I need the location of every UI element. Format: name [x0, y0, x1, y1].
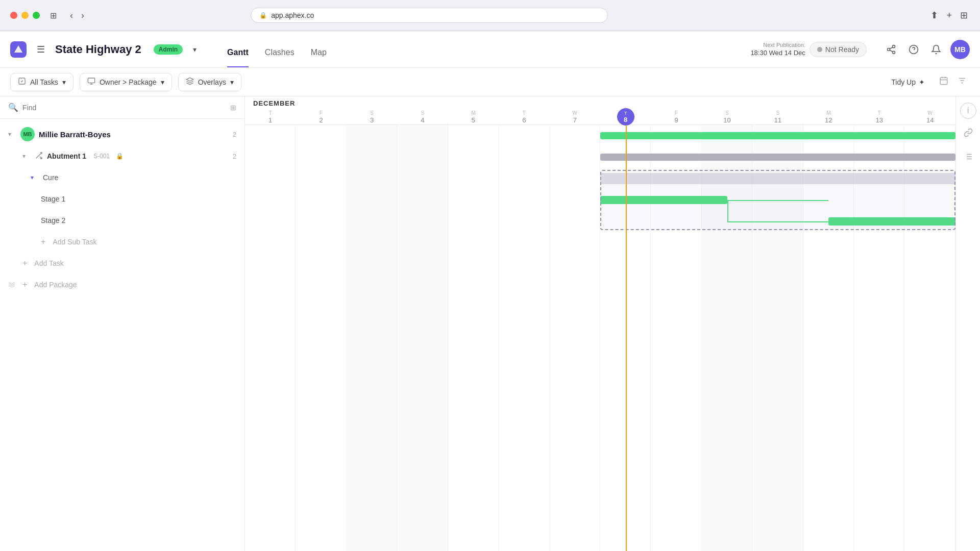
- day-cell-14: W 14: [904, 110, 955, 124]
- day-cell-1: T 1: [245, 110, 296, 124]
- admin-badge: Admin: [154, 44, 183, 55]
- close-button[interactable]: [10, 12, 17, 19]
- tidy-up-icon: ✦: [919, 78, 925, 86]
- gantt-bar: [600, 154, 955, 161]
- search-bar: 🔍 ⊞: [0, 96, 244, 119]
- day-cell-9: F 9: [651, 110, 701, 124]
- day-cell-13: T 13: [854, 110, 904, 124]
- day-cell-6: T 6: [499, 110, 549, 124]
- not-ready-label: Not Ready: [825, 45, 859, 54]
- cure-chevron[interactable]: ▾: [31, 174, 39, 181]
- svg-point-1: [893, 45, 895, 47]
- share-button[interactable]: ⬆: [928, 8, 940, 23]
- stage-1-name: Stage 1: [41, 195, 65, 203]
- tab-map[interactable]: Map: [311, 48, 327, 67]
- svg-line-4: [890, 50, 893, 52]
- gantt-area: DECEMBER T 1 F 2 S 3 S 4 M 5 T 6 W 7 T 8: [245, 96, 955, 551]
- sidebar-toggle-button[interactable]: ⊞: [46, 9, 61, 22]
- task-tree: ▾ MB Millie Barratt-Boyes 2 ▾ Abutment 1: [0, 119, 244, 551]
- back-button[interactable]: ‹: [67, 9, 76, 22]
- day-cell-7: W 7: [550, 110, 600, 124]
- stage-1-row[interactable]: Stage 1: [0, 188, 244, 210]
- overlays-button[interactable]: Overlays ▾: [178, 73, 241, 91]
- stage-2-name: Stage 2: [41, 216, 65, 224]
- forward-button[interactable]: ›: [78, 9, 87, 22]
- overlays-icon: [186, 77, 194, 87]
- url-text: app.aphex.co: [271, 11, 314, 19]
- filter-icon-button[interactable]: [954, 73, 970, 91]
- all-tasks-chevron: ▾: [62, 78, 66, 86]
- list-icon-button[interactable]: [961, 149, 976, 167]
- add-package-row[interactable]: + Add Package: [0, 274, 244, 295]
- new-tab-button[interactable]: +: [944, 8, 954, 23]
- traffic-lights: [10, 12, 40, 19]
- user-avatar[interactable]: MB: [950, 40, 970, 59]
- add-subtask-label: Add Sub Task: [53, 238, 96, 246]
- add-task-icon: +: [22, 259, 27, 268]
- svg-point-3: [893, 51, 895, 54]
- not-ready-badge[interactable]: Not Ready: [810, 42, 867, 57]
- month-label: DECEMBER: [245, 96, 955, 108]
- gantt-bar: [828, 217, 955, 226]
- tab-clashes[interactable]: Clashes: [265, 48, 295, 67]
- package-chevron[interactable]: ▾: [22, 153, 31, 160]
- app-container: ☰ State Highway 2 Admin ▾ Gantt Clashes …: [0, 31, 980, 551]
- tidy-up-button[interactable]: Tidy Up ✦: [886, 75, 930, 89]
- cure-name: Cure: [43, 173, 58, 182]
- overlays-chevron: ▾: [230, 78, 234, 86]
- day-cell-4: S 4: [397, 110, 448, 124]
- owner-package-chevron: ▾: [161, 78, 164, 86]
- owner-icon: [87, 77, 95, 87]
- minimize-button[interactable]: [21, 12, 29, 19]
- package-row[interactable]: ▾ Abutment 1 S-001 🔒 2: [0, 145, 244, 167]
- owner-row[interactable]: ▾ MB Millie Barratt-Boyes 2: [0, 123, 244, 145]
- search-input[interactable]: [22, 104, 226, 112]
- all-tasks-button[interactable]: All Tasks ▾: [10, 73, 74, 91]
- add-task-row[interactable]: + Add Task: [0, 253, 244, 274]
- info-button[interactable]: i: [960, 103, 976, 119]
- gantt-rows: [245, 125, 955, 551]
- nav-tabs: Gantt Clashes Map: [227, 31, 327, 67]
- add-package-label: Add Package: [34, 281, 77, 289]
- tidy-up-label: Tidy Up: [891, 78, 916, 86]
- day-cell-3: S 3: [347, 110, 397, 124]
- gantt-bar: [600, 173, 955, 184]
- project-dropdown-button[interactable]: ▾: [191, 43, 199, 56]
- browser-chrome: ⊞ ‹ › 🔒 app.aphex.co ⬆ + ⊞: [0, 0, 980, 31]
- pub-label: Next Publication:: [750, 42, 805, 48]
- svg-point-2: [888, 48, 890, 51]
- help-icon-button[interactable]: [905, 41, 922, 58]
- address-bar[interactable]: 🔒 app.aphex.co: [251, 8, 608, 23]
- owner-chevron[interactable]: ▾: [8, 131, 16, 138]
- gantt-bar: [600, 196, 727, 204]
- project-title: State Highway 2: [55, 43, 141, 56]
- share-icon-button[interactable]: [883, 41, 899, 58]
- tab-gantt[interactable]: Gantt: [227, 48, 249, 67]
- hamburger-button[interactable]: ☰: [35, 42, 47, 57]
- maximize-button[interactable]: [33, 12, 40, 19]
- add-task-label: Add Task: [34, 259, 63, 267]
- package-icon: [35, 152, 43, 161]
- stage-2-row[interactable]: Stage 2: [0, 210, 244, 231]
- add-subtask-row[interactable]: + Add Sub Task: [0, 231, 244, 253]
- all-tasks-label: All Tasks: [30, 78, 58, 86]
- add-package-icon: +: [22, 280, 27, 289]
- owner-task-count: 2: [233, 131, 236, 138]
- extensions-button[interactable]: ⊞: [958, 8, 970, 23]
- day-cell-11: S 11: [752, 110, 803, 124]
- connector-line: [727, 200, 829, 201]
- bars-container: [245, 125, 955, 551]
- svg-rect-9: [88, 78, 94, 83]
- notification-icon-button[interactable]: [928, 41, 944, 58]
- v-connector-line: [727, 200, 728, 221]
- day-cell-12: M 12: [803, 110, 854, 124]
- calendar-icon-button[interactable]: [936, 73, 951, 91]
- owner-package-button[interactable]: Owner > Package ▾: [80, 73, 172, 91]
- cure-row[interactable]: ▾ Cure: [0, 167, 244, 188]
- app-logo: [10, 41, 27, 58]
- package-name: Abutment 1: [47, 152, 86, 160]
- expand-icon[interactable]: ⊞: [230, 104, 236, 112]
- day-cell-10: S 10: [702, 110, 752, 124]
- link-icon-button[interactable]: [961, 125, 976, 143]
- today-line: [626, 125, 627, 551]
